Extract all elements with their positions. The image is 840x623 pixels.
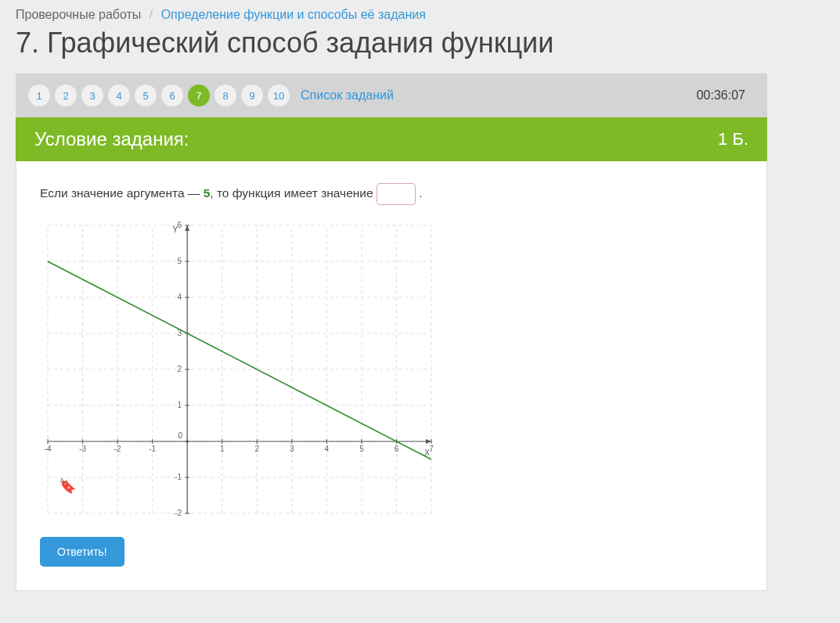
condition-bar: Условие задания: 1 Б. bbox=[16, 117, 767, 161]
question-prefix: Если значение аргумента — bbox=[40, 186, 204, 200]
task-step-3[interactable]: 3 bbox=[81, 85, 103, 106]
submit-button[interactable]: Ответить! bbox=[40, 537, 124, 567]
svg-text:5: 5 bbox=[359, 445, 364, 453]
svg-marker-24 bbox=[185, 225, 189, 231]
svg-text:-2: -2 bbox=[175, 509, 182, 517]
svg-text:-4: -4 bbox=[45, 445, 52, 453]
task-step-8[interactable]: 8 bbox=[215, 85, 236, 106]
task-list-link[interactable]: Список заданий bbox=[301, 88, 394, 103]
task-step-4[interactable]: 4 bbox=[108, 85, 130, 106]
timer: 00:36:07 bbox=[697, 88, 745, 103]
task-step-1[interactable]: 1 bbox=[28, 85, 50, 106]
svg-text:6: 6 bbox=[395, 445, 399, 453]
breadcrumb: Проверочные работы / Определение функции… bbox=[16, 8, 824, 22]
question-text: Если значение аргумента — 5, то функция … bbox=[40, 183, 743, 205]
condition-label: Условие задания: bbox=[34, 128, 189, 150]
svg-text:-2: -2 bbox=[114, 445, 121, 453]
svg-text:1: 1 bbox=[220, 445, 225, 453]
svg-text:2: 2 bbox=[178, 365, 182, 373]
svg-text:-3: -3 bbox=[79, 445, 86, 453]
svg-text:-1: -1 bbox=[149, 445, 156, 453]
svg-text:0: 0 bbox=[178, 431, 183, 440]
task-step-6[interactable]: 6 bbox=[161, 85, 183, 106]
breadcrumb-topic[interactable]: Определение функции и способы её задания bbox=[161, 8, 426, 21]
task-step-7[interactable]: 7 bbox=[188, 85, 210, 106]
svg-text:1: 1 bbox=[178, 401, 182, 409]
svg-text:Y: Y bbox=[173, 225, 178, 234]
task-steps: 12345678910 bbox=[28, 85, 290, 106]
condition-points: 1 Б. bbox=[718, 129, 748, 149]
svg-text:4: 4 bbox=[178, 293, 182, 301]
question-suffix: , то функция имеет значение bbox=[210, 186, 377, 200]
breadcrumb-root: Проверочные работы bbox=[16, 8, 141, 21]
task-step-2[interactable]: 2 bbox=[55, 85, 77, 106]
task-step-9[interactable]: 9 bbox=[241, 85, 263, 106]
page-title: 7. Графический способ задания функции bbox=[16, 27, 824, 59]
svg-text:2: 2 bbox=[254, 445, 259, 453]
task-step-10[interactable]: 10 bbox=[268, 85, 290, 106]
svg-line-68 bbox=[48, 261, 431, 459]
svg-text:5: 5 bbox=[178, 257, 182, 265]
svg-text:7: 7 bbox=[429, 445, 434, 453]
svg-text:-1: -1 bbox=[175, 473, 182, 481]
bookmark-icon: 🔖 bbox=[59, 477, 76, 495]
function-graph: -4-3-2-11234567-2-11234560YX 🔖 bbox=[40, 221, 439, 518]
question-period: . bbox=[419, 186, 422, 200]
svg-text:3: 3 bbox=[290, 445, 294, 453]
breadcrumb-sep: / bbox=[150, 8, 153, 21]
task-card: Если значение аргумента — 5, то функция … bbox=[16, 161, 767, 591]
svg-text:4: 4 bbox=[325, 445, 330, 453]
answer-input[interactable] bbox=[377, 183, 416, 205]
graph-svg: -4-3-2-11234567-2-11234560YX bbox=[40, 221, 439, 518]
pager-bar: 12345678910 Список заданий 00:36:07 bbox=[16, 74, 767, 117]
svg-text:6: 6 bbox=[178, 221, 182, 229]
svg-marker-23 bbox=[426, 439, 431, 444]
task-step-5[interactable]: 5 bbox=[135, 85, 157, 106]
